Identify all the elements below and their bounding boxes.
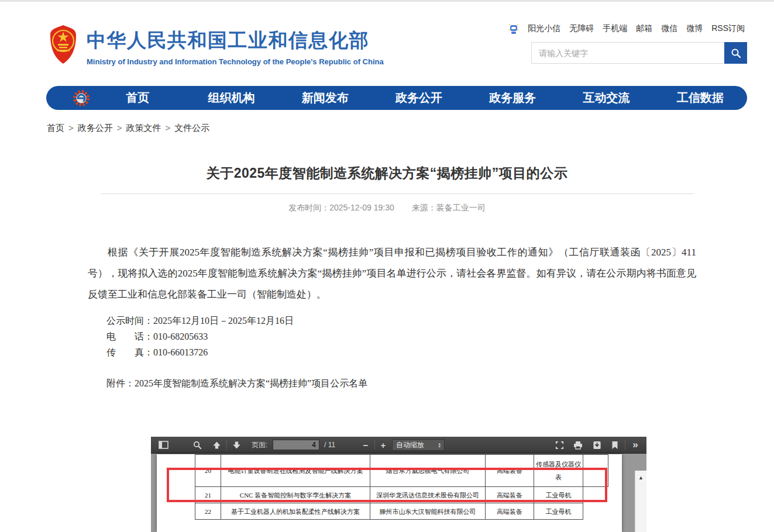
source-value: 装备工业一司: [436, 203, 486, 212]
source-label: 来源：: [412, 203, 436, 212]
pdf-scrollbar[interactable]: ▲: [635, 471, 646, 532]
sidebar-toggle-button[interactable]: [157, 437, 170, 453]
nav-item-4[interactable]: 政务服务: [466, 90, 559, 106]
quick-link-3[interactable]: 邮箱: [636, 23, 652, 34]
zoom-out-button[interactable]: −: [359, 437, 372, 453]
page-up-button[interactable]: [209, 437, 223, 453]
sunshine-robot-icon: [508, 23, 519, 34]
nav-items: 首页组织机构新闻发布政务公开政务服务互动交流工信数据: [91, 90, 747, 106]
printer-icon: [573, 441, 583, 450]
quick-link-6[interactable]: RSS订阅: [711, 23, 745, 34]
site-title: 中华人民共和国工业和信息化部: [87, 27, 384, 54]
search-button[interactable]: [724, 42, 747, 64]
quick-link-2[interactable]: 手机端: [603, 23, 627, 34]
nav-item-3[interactable]: 政务公开: [372, 90, 466, 106]
toolbar-separator: [226, 440, 227, 450]
nav-item-1[interactable]: 组织机构: [184, 90, 278, 106]
cell-num: 22: [195, 503, 221, 520]
pdf-viewer: 页面: / 11 − + 自动缩放 ▴▾: [151, 437, 646, 532]
table-row: 22基于工业机器人的机加装配柔性产线解决方案滕州市山东大汉智能科技有限公司高端装…: [195, 503, 608, 520]
quick-link-5[interactable]: 微博: [686, 23, 703, 34]
download-button[interactable]: [590, 437, 604, 453]
main-nav: 首页组织机构新闻发布政务公开政务服务互动交流工信数据: [46, 86, 747, 110]
top-border-line: [0, 0, 774, 2]
cell-category: 高端装备: [486, 503, 534, 520]
zoom-mode-value: 自动缩放: [396, 440, 424, 450]
site-brand: 中华人民共和国工业和信息化部 Ministry of Industry and …: [87, 27, 384, 66]
article-meta: 发布时间：2025-12-09 19:30来源：装备工业一司: [0, 203, 774, 213]
sidebar-toggle-icon: [159, 441, 168, 449]
title-divider: [101, 194, 694, 194]
quick-link-4[interactable]: 微信: [661, 23, 677, 34]
pdf-content-area: 20电能计量设备制造在线检测及智能产线解决方案烟台东方威思顿电气有限公司高端装备…: [151, 454, 646, 532]
page-number-input[interactable]: [273, 440, 319, 450]
more-tools-button[interactable]: »: [628, 437, 642, 453]
search-icon: [193, 441, 202, 450]
article-paragraph: 根据《关于开展2025年度智能制造系统解决方案“揭榜挂帅”项目申报和已揭榜项目验…: [88, 242, 696, 305]
nav-item-6[interactable]: 工信数据: [653, 90, 747, 106]
article-body: 根据《关于开展2025年度智能制造系统解决方案“揭榜挂帅”项目申报和已揭榜项目验…: [88, 242, 696, 391]
scroll-up-arrow-icon[interactable]: ▲: [635, 475, 646, 481]
posting-period: 公示时间：2025年12月10日－2025年12月16日: [88, 313, 696, 329]
cell-company: 滕州市山东大汉智能科技有限公司: [370, 503, 486, 520]
breadcrumb-separator: >: [117, 123, 122, 133]
breadcrumb-item-2[interactable]: 政策文件: [126, 123, 161, 133]
presentation-mode-button[interactable]: [552, 437, 566, 453]
breadcrumb-item-1[interactable]: 政务公开: [78, 123, 113, 133]
publish-time: 2025-12-09 19:30: [329, 203, 394, 212]
breadcrumb: 首页>政务公开>政策文件>文件公示: [47, 123, 209, 134]
header-search: [531, 42, 747, 64]
quick-links: 阳光小信无障碍手机端邮箱微信微博RSS订阅: [508, 23, 745, 34]
page-down-button[interactable]: [229, 437, 243, 453]
cell-industry: 工业母机: [534, 503, 583, 520]
nav-item-0[interactable]: 首页: [91, 90, 184, 106]
cell-solution: 基于工业机器人的机加装配柔性产线解决方案: [221, 503, 370, 520]
quick-link-1[interactable]: 无障碍: [569, 23, 594, 34]
bookmark-button[interactable]: [608, 437, 622, 453]
find-button[interactable]: [191, 437, 204, 453]
page: 中华人民共和国工业和信息化部 Ministry of Industry and …: [0, 0, 774, 532]
zoom-in-button[interactable]: +: [377, 437, 390, 453]
breadcrumb-separator: >: [166, 123, 171, 133]
breadcrumb-separator: >: [68, 123, 74, 133]
breadcrumb-item-3[interactable]: 文件公示: [174, 123, 209, 133]
zoom-mode-select[interactable]: 自动缩放 ▴▾: [392, 439, 445, 451]
site-subtitle: Ministry of Industry and Information Tec…: [87, 57, 384, 66]
download-icon: [593, 441, 601, 450]
miit-gear-logo-icon: [72, 89, 91, 108]
contact-block: 公示时间：2025年12月10日－2025年12月16日 电 话：010-682…: [88, 313, 696, 360]
toolbar-separator: [625, 440, 625, 450]
fullscreen-icon: [555, 441, 564, 450]
select-caret-icon: ▴▾: [438, 442, 441, 448]
bookmark-icon: [611, 441, 618, 450]
national-emblem-icon: [49, 25, 77, 64]
quick-link-0[interactable]: 阳光小信: [528, 23, 560, 34]
attachment-line: 附件：2025年度智能制造系统解决方案“揭榜挂帅”项目公示名单: [88, 375, 696, 391]
nav-item-5[interactable]: 互动交流: [559, 90, 653, 106]
arrow-up-icon: [212, 441, 221, 450]
arrow-down-icon: [232, 441, 241, 450]
pdf-toolbar: 页面: / 11 − + 自动缩放 ▴▾: [151, 437, 646, 454]
search-input[interactable]: [531, 42, 747, 64]
fax-line: 传 真：010-66013726: [88, 344, 696, 360]
nav-item-2[interactable]: 新闻发布: [278, 90, 372, 106]
page-label: 页面:: [252, 437, 267, 453]
search-icon: [731, 48, 741, 58]
breadcrumb-item-0[interactable]: 首页: [47, 123, 64, 133]
phone-line: 电 话：010-68205633: [88, 329, 696, 344]
toolbar-separator: [374, 440, 375, 450]
print-button[interactable]: [571, 437, 585, 453]
highlight-box: [167, 468, 607, 502]
publish-time-label: 发布时间：: [288, 203, 329, 212]
page-count: / 11: [324, 437, 335, 453]
article-title: 关于2025年度智能制造系统解决方案“揭榜挂帅”项目的公示: [0, 164, 774, 182]
